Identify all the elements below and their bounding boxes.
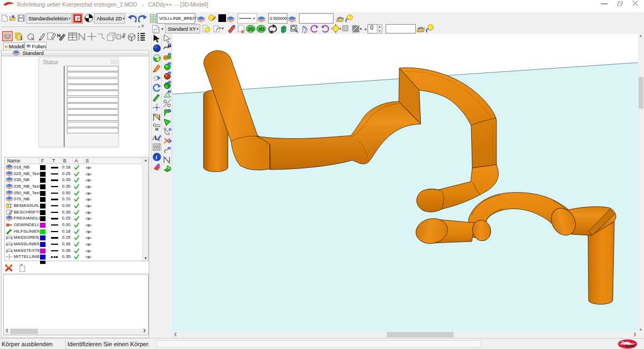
svg-text:▼: ▼ [221,27,224,30]
svg-text:▼: ▼ [340,27,341,31]
svg-text:A: A [152,133,157,142]
svg-text:H: H [57,33,61,38]
svg-text:Solid: Solid [625,344,635,348]
svg-text:E: E [241,29,245,33]
svg-text:1: 1 [20,35,22,41]
svg-text:b: b [158,138,160,142]
svg-text:i: i [170,140,170,143]
svg-text:2D: 2D [248,26,255,32]
svg-text:3D: 3D [258,26,265,32]
svg-text:i: i [169,110,170,112]
svg-text:π: π [166,84,168,89]
svg-text:▼: ▼ [359,27,361,31]
